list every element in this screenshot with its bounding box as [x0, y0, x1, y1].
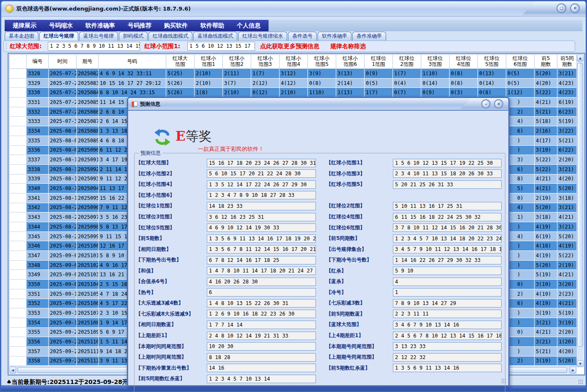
field-input-right[interactable]: 3 4 5 7 9 10 11 12 13 14 16 17 18 19 20 … [393, 245, 502, 253]
field-input-left[interactable]: 15 16 17 18 20 23 24 26 27 28 30 31 32 3… [207, 159, 316, 167]
vertical-scrollbar[interactable]: ▲ ▼ [576, 54, 584, 367]
field-row: 【下期热冷重复出号数】14 16【前5期数红杀蓝】1 3 5 6 9 11 13… [136, 362, 504, 373]
field-input-right[interactable]: 1 14 16 22 26 27 29 30 32 33 [393, 256, 502, 264]
table-row[interactable]: 33302025-07-2420250846 8 10 14 24 33:155… [10, 88, 577, 98]
field-input-left[interactable]: 8 18 28 [207, 353, 316, 362]
field-label-left: 【红球大范围】 [136, 159, 207, 166]
maximize-button[interactable]: ◻ [557, 3, 566, 13]
field-input-right[interactable]: 1 5 6 10 12 13 15 17 19 22 25 30 [393, 159, 502, 167]
row-selector-cell [10, 299, 27, 308]
field-input-right[interactable]: 1 3 5 6 9 11 13 14 16 [393, 364, 502, 372]
field-input-right[interactable]: 6 11 15 16 18 22 24 25 30 32 [393, 213, 502, 221]
field-label-right: 【红球小范围5】 [326, 181, 393, 188]
menu-item-6[interactable]: 软件帮助 [194, 20, 230, 31]
table-cell: 4(21) [535, 184, 557, 193]
field-input-right[interactable]: 2 2 3 11 11 [393, 310, 502, 318]
menu-item-7[interactable]: 个人信息 [230, 20, 267, 31]
table-cell: 5(22) [535, 88, 557, 98]
field-input-left[interactable]: 5 6 10 15 17 20 21 22 24 28 30 [207, 169, 316, 178]
table-cell: 2025-09-16 [49, 308, 77, 318]
field-input-right[interactable]: 3 4 6 7 9 10 13 14 16 [393, 321, 502, 329]
field-input-left[interactable]: 1 7 7 14 14 [207, 321, 316, 329]
field-input-left[interactable]: 1 3 5 6 7 8 11 12 14 15 16 17 20 21 24 2… [207, 245, 316, 253]
tab-7[interactable]: 红球出号规律缩水 [238, 32, 287, 41]
field-input-right[interactable]: 5 9 10 [393, 267, 502, 275]
field-input-left[interactable]: 6 [207, 288, 316, 297]
field-input-right[interactable]: 1 2 3 4 5 7 10 13 14 18 20 22 23 24 25 2… [393, 234, 502, 243]
menu-item-4[interactable]: 号码推荐 [121, 20, 158, 31]
tab-8[interactable]: 条件选号 [288, 32, 317, 41]
dialog-body: E等奖 一款真正属于彩民的软件！ 预测信息 【红球大范围】15 16 17 18… [128, 111, 508, 385]
scroll-left-icon[interactable]: ◀ [9, 367, 16, 373]
field-input-right[interactable]: 3 13 23 33 [393, 342, 502, 351]
field-input-left[interactable]: 14 18 23 33 [207, 202, 316, 210]
field-input-left[interactable]: 1 4 8 10 13 15 22 26 30 31 [207, 299, 316, 308]
field-input-right[interactable]: 2 4 5 6 7 8 10 12 13 14 15 16 17 18 19 2… [393, 332, 502, 340]
tab-1[interactable]: 基本走趋图 [5, 32, 38, 41]
field-input-left[interactable]: 2 4 8 10 12 14 19 21 31 33 [207, 332, 316, 340]
tab-4[interactable]: 胆码模式 [119, 32, 148, 41]
table-cell: 3351 [27, 289, 49, 299]
field-label-right: 【蓝杀】 [326, 278, 393, 285]
tab-3[interactable]: 蓝球出号规律 [79, 32, 118, 41]
vertical-scroll-thumb[interactable] [577, 63, 583, 347]
table-cell: ) [506, 136, 535, 145]
red-small-range1-input[interactable]: 1 5 6 10 12 13 15 17 19 22 [187, 42, 255, 51]
scroll-right-icon[interactable]: ▶ [570, 367, 576, 373]
window-resize-grip[interactable] [578, 379, 583, 384]
field-label-left: 【合值杀6号】 [136, 278, 207, 285]
field-input-left[interactable]: 14 16 [207, 364, 316, 372]
row-selector-cell [10, 260, 27, 270]
rule-name-filter-link[interactable]: 规律名称筛选 [330, 41, 366, 52]
field-input-right[interactable]: 2 3 4 10 11 13 15 18 20 26 30 33 [393, 169, 502, 178]
field-input-right[interactable]: 5 10 11 13 16 17 25 31 [393, 202, 502, 210]
field-input-right[interactable]: 5 20 21 25 26 31 33 [393, 180, 502, 189]
field-label-left: 【前5同期数红杀蓝】 [136, 375, 207, 382]
field-input-left[interactable]: 6 7 8 12 14 16 17 18 25 [207, 256, 316, 264]
table-cell: 3345 [27, 231, 49, 241]
field-label-right: 【上4期差距1】 [326, 332, 393, 339]
field-input-left[interactable]: 1 4 7 8 10 11 14 17 18 20 21 24 27 28 30… [207, 267, 316, 275]
table-cell: 2025-08-31 [49, 241, 77, 251]
dialog-close-button[interactable]: ✕ [494, 99, 503, 109]
field-input-left[interactable]: 10 20 30 [207, 342, 316, 351]
field-input-left[interactable]: 1 2 6 9 10 16 18 22 23 26 30 [207, 310, 316, 318]
field-input-left[interactable]: 1 3 5 6 9 11 13 14 16 17 18 19 20 22 28 … [207, 234, 316, 243]
table-row[interactable]: 33292025-07-22202508310 15 16 17 27 29:1… [10, 78, 577, 88]
field-input-left[interactable]: 4 6 9 10 12 14 19 30 33 [207, 223, 316, 232]
table-row[interactable]: 33282025-07-2020250824 6 9 14 32 33:115(… [10, 69, 577, 79]
field-input-left[interactable]: 1 3 5 12 14 17 22 24 26 27 29 30 [207, 180, 316, 189]
column-header: 红球小 范围2 [223, 55, 251, 69]
field-input-right[interactable]: 3 7 8 10 11 12 14 15 16 20 21 28 30 [393, 223, 502, 232]
tab-5[interactable]: 红球曲线图模式 [148, 32, 192, 41]
menu-item-2[interactable]: 号码缩水 [43, 20, 79, 31]
field-input-left[interactable]: 3 6 12 16 23 25 31 [207, 213, 316, 221]
table-cell: 0(3) [450, 88, 478, 98]
scroll-down-icon[interactable]: ▼ [577, 360, 584, 367]
more-prediction-link[interactable]: 点此获取更多预测信息 [260, 41, 319, 52]
dialog-resize-grip[interactable] [501, 378, 506, 384]
tab-9[interactable]: 软件准确率 [318, 32, 351, 41]
field-input-right[interactable]: 7 8 9 10 13 14 27 29 [393, 299, 502, 308]
tab-6[interactable]: 蓝球曲线图模式 [193, 32, 237, 41]
tab-10[interactable]: 条件准确率 [352, 32, 386, 41]
menu-item-3[interactable]: 软件准确率 [79, 20, 121, 31]
scroll-up-icon[interactable]: ▲ [577, 54, 584, 61]
toolbar-grip-icon[interactable] [5, 43, 7, 50]
field-input-left[interactable]: 1 2 3 4 7 8 9 10 18 27 28 33 [207, 191, 316, 199]
menu-item-1[interactable]: 规律展示 [6, 20, 43, 31]
column-header: 红球位 1范围 [365, 55, 393, 69]
tab-2[interactable]: 红球出号规律 [39, 32, 78, 41]
close-button[interactable]: ✕ [570, 3, 580, 13]
table-cell: 2025084 [77, 88, 99, 98]
field-input-right[interactable]: 2 12 22 32 [393, 353, 502, 362]
red-big-range-input[interactable]: 1 2 3 5 6 7 8 9 10 11 13 14 15 16 17 [48, 42, 140, 51]
field-input-right[interactable]: 4 [393, 278, 502, 286]
row-selector-cell [10, 280, 27, 289]
dialog-minimize-button[interactable]: – [481, 99, 491, 109]
field-input-left[interactable]: 1 2 3 4 5 7 10 13 14 [207, 375, 316, 383]
field-input-left[interactable]: 4 16 20 26 28 30 [207, 278, 316, 286]
field-input-right[interactable]: 1 [393, 288, 502, 297]
menu-item-5[interactable]: 购买软件 [158, 20, 194, 31]
column-header: 前5同 期数 [557, 55, 577, 69]
